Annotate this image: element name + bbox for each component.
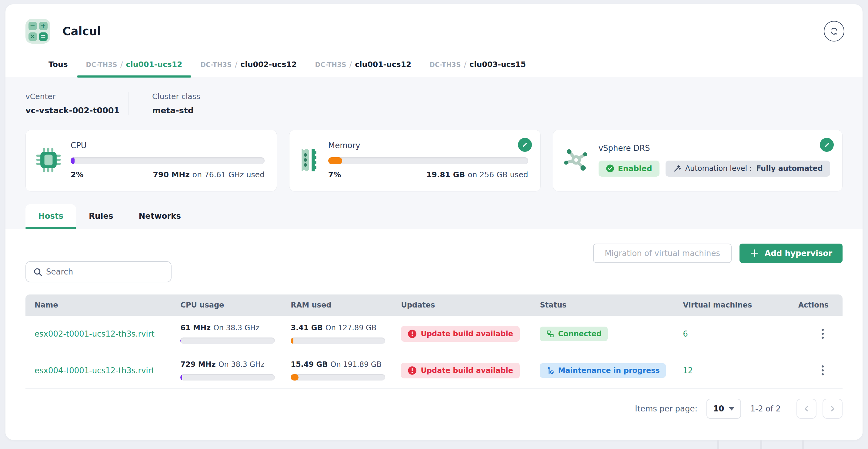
table-header-row: Name CPU usage RAM used Updates Status V…	[26, 294, 842, 316]
page-title: Calcul	[62, 25, 101, 38]
vcenter-label: vCenter	[26, 92, 128, 101]
update-available-badge: Update build available	[401, 326, 520, 342]
column-actions: Actions	[785, 294, 842, 316]
pencil-icon	[521, 141, 528, 149]
edit-drs-button[interactable]	[820, 138, 834, 152]
column-ram-used: RAM used	[283, 294, 393, 316]
host-name-link[interactable]: esx002-t0001-ucs12-th3s.rvirt	[35, 329, 155, 339]
check-circle-icon	[606, 164, 614, 173]
ram-used-bar	[291, 338, 385, 344]
page-header: − + × = Calcul	[5, 4, 863, 44]
status-badge-maintenance: Maintenance in progress	[540, 363, 665, 378]
drs-enabled-badge: Enabled	[598, 161, 659, 177]
update-available-badge: Update build available	[401, 363, 520, 378]
memory-progress-bar	[328, 157, 528, 164]
drs-automation-pill: Automation level : Fully automated	[665, 161, 830, 177]
tab-networks[interactable]: Networks	[126, 204, 194, 229]
vm-count-link[interactable]: 12	[683, 366, 693, 375]
minus-chip-icon: −	[29, 22, 37, 30]
vcenter-value: vc-vstack-002-t0001	[26, 106, 128, 115]
plus-chip-icon: +	[39, 22, 48, 30]
column-updates: Updates	[393, 294, 532, 316]
drs-card: vSphere DRS Enabled	[553, 130, 842, 191]
table-row: esx002-t0001-ucs12-th3s.rvirt 61 MHz On …	[26, 316, 842, 352]
cpu-usage-text: 61 MHz On 38.3 GHz	[180, 324, 275, 332]
alert-circle-icon	[408, 329, 417, 339]
previous-page-button[interactable]	[797, 399, 816, 419]
tab-rules[interactable]: Rules	[76, 204, 126, 229]
memory-percent: 7%	[328, 170, 341, 179]
migration-button[interactable]: Migration of virtual machines	[593, 244, 732, 263]
search-icon	[33, 267, 43, 277]
connected-host-icon	[546, 330, 554, 338]
search-input[interactable]	[46, 267, 161, 276]
detail-tab-bar: Hosts Rules Networks	[5, 204, 863, 229]
background-divider	[802, 440, 804, 449]
cpu-usage-text: 729 MHz On 38.3 GHz	[180, 360, 275, 369]
tab-tous[interactable]: Tous	[39, 56, 77, 77]
alert-circle-icon	[408, 366, 417, 375]
cpu-chip-icon	[35, 147, 62, 173]
cpu-percent: 2%	[71, 170, 83, 179]
hosts-table: Name CPU usage RAM used Updates Status V…	[26, 294, 842, 389]
cpu-usage-bar	[180, 374, 275, 381]
column-status: Status	[532, 294, 675, 316]
row-actions-menu[interactable]	[819, 363, 826, 378]
magic-wand-icon	[673, 164, 681, 173]
row-actions-menu[interactable]	[819, 326, 826, 341]
edit-memory-button[interactable]	[518, 138, 532, 152]
main-panel: − + × = Calcul Tous	[5, 4, 863, 440]
tab-cluster-clu001-ucs12-b[interactable]: DC-TH3S / clu001-ucs12	[306, 56, 421, 77]
cluster-class-info: Cluster class meta-std	[152, 92, 200, 115]
items-per-page-label: Items per page:	[635, 404, 698, 413]
caret-down-icon	[729, 407, 734, 411]
refresh-button[interactable]	[824, 21, 844, 41]
cpu-progress-bar	[71, 157, 265, 164]
list-controls: Migration of virtual machines + Add hype…	[26, 244, 842, 282]
vm-count-link[interactable]: 6	[683, 329, 688, 339]
tab-hosts[interactable]: Hosts	[26, 204, 76, 229]
memory-progress-fill	[328, 157, 342, 164]
equals-chip-icon: =	[39, 32, 48, 41]
search-box	[26, 261, 172, 282]
ram-used-text: 3.41 GB On 127.89 GB	[291, 324, 385, 332]
page-range: 1-2 of 2	[750, 404, 781, 413]
column-virtual-machines: Virtual machines	[675, 294, 785, 316]
status-badge-connected: Connected	[540, 327, 608, 341]
screen: − + × = Calcul Tous	[0, 0, 868, 449]
refresh-icon	[829, 26, 839, 36]
memory-card-title: Memory	[328, 141, 528, 150]
memory-ram-icon	[299, 147, 319, 173]
stat-cards: CPU 2% 790 MHz on 76.61 GHz used	[5, 115, 863, 191]
pencil-icon	[824, 141, 830, 149]
tab-cluster-clu002-ucs12[interactable]: DC-TH3S / clu002-ucs12	[191, 56, 306, 77]
tab-cluster-clu001-ucs12[interactable]: DC-TH3S / clu001-ucs12	[77, 56, 191, 77]
cluster-class-value: meta-std	[152, 106, 200, 115]
chevron-right-icon	[828, 405, 837, 413]
cpu-progress-fill	[71, 157, 74, 164]
next-page-button[interactable]	[823, 399, 842, 419]
memory-usage-text: 19.81 GB on 256 GB used	[427, 170, 528, 179]
cluster-class-label: Cluster class	[152, 92, 200, 101]
drs-network-icon	[563, 147, 589, 173]
cluster-tab-bar: Tous DC-TH3S / clu001-ucs12 DC-TH3S / cl…	[5, 56, 863, 77]
multiply-chip-icon: ×	[29, 32, 37, 41]
pagination: Items per page: 10 1-2 of 2	[26, 399, 842, 435]
vcenter-info: vCenter vc-vstack-002-t0001	[26, 92, 128, 115]
background-divider	[717, 440, 719, 449]
ram-used-bar	[291, 374, 385, 381]
add-hypervisor-button[interactable]: + Add hypervisor	[740, 244, 842, 263]
background-divider	[760, 440, 762, 449]
info-divider	[128, 92, 128, 115]
cpu-card-title: CPU	[71, 141, 265, 150]
column-name: Name	[26, 294, 173, 316]
maintenance-wrench-icon	[546, 366, 554, 375]
items-per-page-select[interactable]: 10	[707, 399, 741, 419]
tab-cluster-clu003-ucs15[interactable]: DC-TH3S / clu003-ucs15	[421, 56, 535, 77]
calculator-icon: − + × =	[26, 19, 50, 44]
column-cpu-usage: CPU usage	[173, 294, 283, 316]
host-name-link[interactable]: esx004-t0001-ucs12-th3s.rvirt	[35, 366, 155, 375]
cluster-overview-section: vCenter vc-vstack-002-t0001 Cluster clas…	[5, 77, 863, 229]
table-row: esx004-t0001-ucs12-th3s.rvirt 729 MHz On…	[26, 352, 842, 389]
chevron-left-icon	[802, 405, 811, 413]
